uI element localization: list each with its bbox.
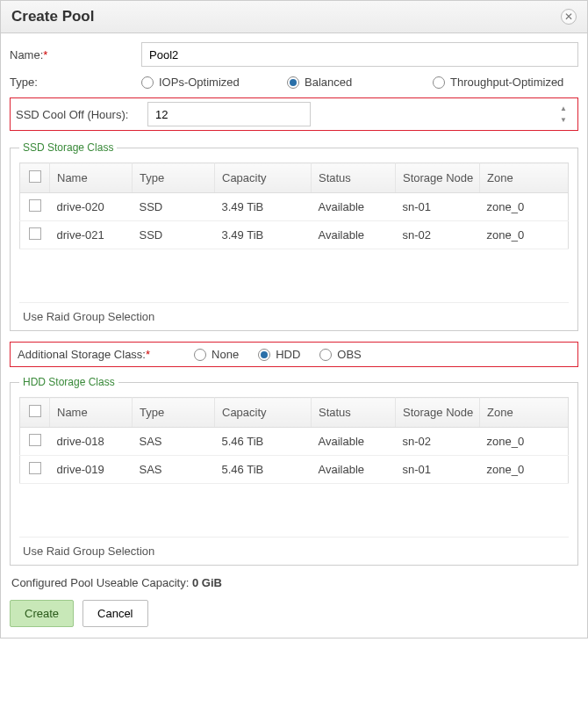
asc-option-hdd[interactable]: HDD [258, 348, 300, 361]
ssd-col-name[interactable]: Name [50, 163, 133, 193]
configured-capacity: Configured Pool Useable Capacity: 0 GiB [11, 576, 577, 589]
radio-icon [194, 349, 206, 361]
cell-node: sn-02 [396, 221, 480, 249]
cell-name: drive-018 [50, 428, 133, 456]
type-option-balanced[interactable]: Balanced [287, 76, 433, 89]
type-option-iops[interactable]: IOPs-Optimized [141, 76, 287, 89]
radio-icon [319, 349, 332, 361]
cell-capacity: 3.49 TiB [215, 193, 312, 221]
ssd-storage-class-section: SSD Storage Class Name Type Capacity Sta… [10, 141, 578, 331]
cell-type: SSD [133, 193, 215, 221]
type-option-throughput[interactable]: Throughput-Optimized [433, 76, 578, 89]
create-pool-dialog: Create Pool ✕ Name:* Type: IOPs-Optimize… [0, 0, 588, 638]
type-label: Type: [10, 76, 141, 89]
checkbox-icon [29, 405, 41, 417]
name-input[interactable] [141, 42, 578, 67]
table-row[interactable]: drive-020 SSD 3.49 TiB Available sn-01 z… [20, 193, 569, 221]
hdd-table-area[interactable]: Name Type Capacity Status Storage Node Z… [19, 397, 569, 537]
cell-node: sn-01 [396, 193, 480, 221]
ssd-col-node[interactable]: Storage Node [396, 163, 480, 193]
name-row: Name:* [10, 42, 578, 67]
checkbox-icon [29, 170, 41, 183]
ssd-select-all[interactable] [20, 163, 50, 193]
asc-option-label: OBS [337, 348, 361, 361]
checkbox-icon[interactable] [29, 434, 41, 446]
type-option-label: Balanced [305, 76, 352, 89]
checkbox-icon[interactable] [29, 227, 41, 240]
hdd-col-status[interactable]: Status [312, 398, 396, 428]
ssd-cooloff-input[interactable] [147, 102, 311, 126]
cell-node: sn-02 [396, 428, 480, 456]
cell-status: Available [312, 456, 396, 484]
hdd-header-row: Name Type Capacity Status Storage Node Z… [20, 398, 569, 428]
cancel-button[interactable]: Cancel [82, 600, 147, 627]
close-icon[interactable]: ✕ [561, 9, 577, 25]
spinner-buttons: ▲ ▼ [556, 103, 571, 126]
asc-option-label: HDD [276, 348, 300, 361]
name-label: Name:* [10, 48, 141, 61]
additional-storage-class-row: Additional Storage Class:* None HDD OBS [10, 342, 578, 367]
radio-icon [433, 76, 445, 89]
cell-zone: zone_0 [480, 456, 569, 484]
table-row[interactable]: drive-018 SAS 5.46 TiB Available sn-02 z… [20, 428, 569, 456]
cell-type: SAS [133, 428, 215, 456]
hdd-col-zone[interactable]: Zone [480, 398, 569, 428]
ssd-table: Name Type Capacity Status Storage Node Z… [19, 162, 569, 249]
ssd-col-type[interactable]: Type [133, 163, 215, 193]
spinner-up-icon[interactable]: ▲ [556, 103, 571, 114]
capacity-value: 0 GiB [192, 576, 222, 589]
required-asterisk: * [146, 348, 150, 361]
ssd-table-area[interactable]: Name Type Capacity Status Storage Node Z… [19, 162, 569, 303]
asc-label-text: Additional Storage Class: [18, 348, 146, 361]
create-button[interactable]: Create [10, 600, 74, 627]
cell-node: sn-01 [396, 456, 480, 484]
ssd-col-capacity[interactable]: Capacity [215, 163, 312, 193]
hdd-raid-link[interactable]: Use Raid Group Selection [19, 537, 569, 558]
table-row[interactable]: drive-021 SSD 3.49 TiB Available sn-02 z… [20, 221, 569, 249]
asc-option-none[interactable]: None [194, 348, 239, 361]
hdd-col-type[interactable]: Type [133, 398, 215, 428]
dialog-header: Create Pool ✕ [1, 1, 587, 33]
checkbox-icon[interactable] [29, 199, 41, 212]
hdd-col-name[interactable]: Name [50, 398, 133, 428]
cell-type: SAS [133, 456, 215, 484]
spinner-down-icon[interactable]: ▼ [556, 114, 571, 126]
hdd-col-node[interactable]: Storage Node [396, 398, 480, 428]
cell-type: SSD [133, 221, 215, 249]
radio-icon [258, 349, 270, 361]
type-row: Type: IOPs-Optimized Balanced Throughput… [10, 76, 578, 89]
radio-icon [141, 76, 154, 89]
ssd-cooloff-row: SSD Cool Off (Hours): ▲ ▼ [10, 97, 578, 131]
ssd-header-row: Name Type Capacity Status Storage Node Z… [20, 163, 569, 193]
cell-capacity: 5.46 TiB [215, 456, 312, 484]
asc-option-obs[interactable]: OBS [319, 348, 361, 361]
type-radio-group: IOPs-Optimized Balanced Throughput-Optim… [141, 76, 578, 89]
hdd-storage-class-section: HDD Storage Class Name Type Capacity Sta… [10, 376, 578, 566]
checkbox-icon[interactable] [29, 462, 41, 474]
cell-status: Available [312, 193, 396, 221]
name-label-text: Name: [10, 48, 43, 61]
table-row[interactable]: drive-019 SAS 5.46 TiB Available sn-01 z… [20, 456, 569, 484]
cell-name: drive-019 [50, 456, 133, 484]
dialog-title: Create Pool [11, 8, 94, 25]
cell-zone: zone_0 [480, 428, 569, 456]
ssd-legend: SSD Storage Class [19, 141, 117, 154]
additional-storage-class-label: Additional Storage Class:* [18, 348, 150, 361]
cell-capacity: 3.49 TiB [215, 221, 312, 249]
hdd-select-all[interactable] [20, 398, 50, 428]
capacity-label: Configured Pool Useable Capacity: [11, 576, 189, 589]
ssd-col-status[interactable]: Status [312, 163, 396, 193]
cell-name: drive-020 [50, 193, 133, 221]
hdd-col-capacity[interactable]: Capacity [215, 398, 312, 428]
ssd-raid-link[interactable]: Use Raid Group Selection [19, 303, 569, 323]
ssd-cooloff-label: SSD Cool Off (Hours): [16, 108, 147, 121]
required-asterisk: * [43, 48, 47, 61]
hdd-legend: HDD Storage Class [19, 376, 118, 388]
cell-capacity: 5.46 TiB [215, 428, 312, 456]
ssd-col-zone[interactable]: Zone [480, 163, 569, 193]
ssd-cooloff-spinner: ▲ ▼ [147, 102, 572, 126]
type-option-label: Throughput-Optimized [450, 76, 563, 89]
button-row: Create Cancel [10, 600, 578, 627]
type-option-label: IOPs-Optimized [159, 76, 240, 89]
dialog-body: Name:* Type: IOPs-Optimized Balanced Thr… [1, 33, 587, 638]
